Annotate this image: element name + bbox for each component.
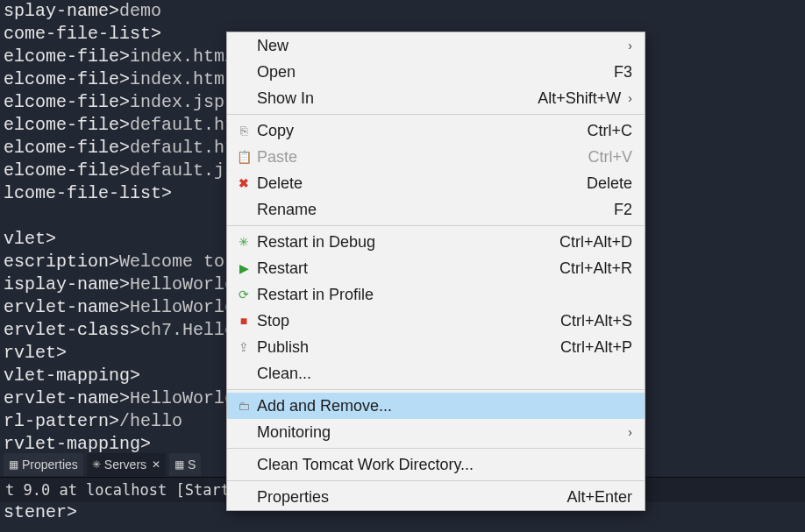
tab-label: S <box>188 458 196 472</box>
copy-icon: ⎘ <box>234 124 253 138</box>
menu-item-label: Clean Tomcat Work Directory... <box>253 456 632 474</box>
menu-item-accel: Alt+Enter <box>566 488 632 507</box>
menu-item[interactable]: New› <box>227 32 645 59</box>
menu-item[interactable]: ■StopCtrl+Alt+S <box>227 308 645 334</box>
context-menu: New›OpenF3Show InAlt+Shift+W›⎘CopyCtrl+C… <box>226 32 645 511</box>
menu-item[interactable]: ✖DeleteDelete <box>227 170 645 196</box>
view-tab[interactable]: ▦Properties <box>4 453 83 476</box>
profile-icon: ⟳ <box>234 287 253 301</box>
menu-item[interactable]: 🗀Add and Remove... <box>227 393 645 419</box>
menu-item-label: Paste <box>253 148 588 167</box>
menu-item-accel: Delete <box>587 174 632 193</box>
editor-line: splay-name>demo <box>4 0 801 23</box>
stop-icon: ■ <box>234 314 253 328</box>
menu-item-label: Restart in Profile <box>253 286 632 304</box>
menu-item-label: Stop <box>253 312 560 330</box>
menu-item[interactable]: ⟳Restart in Profile <box>227 281 645 308</box>
menu-item[interactable]: Show InAlt+Shift+W› <box>227 85 645 111</box>
menu-item-label: Open <box>253 63 614 82</box>
publish-icon: ⇪ <box>234 340 253 354</box>
tab-label: Properties <box>22 458 78 472</box>
del-icon: ✖ <box>234 176 253 190</box>
menu-item: 📋PasteCtrl+V <box>227 144 645 170</box>
menu-item-label: Restart <box>253 259 559 278</box>
view-tab[interactable]: ✳Servers✕ <box>87 453 166 476</box>
view-tab[interactable]: ▦S <box>169 453 201 476</box>
menu-item-accel: F3 <box>614 63 632 82</box>
menu-item-label: Copy <box>253 122 587 140</box>
tab-label: Servers <box>104 458 146 472</box>
menu-item-label: New <box>253 37 621 55</box>
menu-item[interactable]: ✳Restart in DebugCtrl+Alt+D <box>227 229 645 255</box>
menu-item-accel: Ctrl+Alt+R <box>559 259 632 278</box>
menu-separator <box>227 480 645 481</box>
menu-item[interactable]: ⎘CopyCtrl+C <box>227 117 645 144</box>
chevron-right-icon: › <box>628 39 632 53</box>
menu-separator <box>227 448 645 449</box>
menu-item[interactable]: Clean Tomcat Work Directory... <box>227 451 645 478</box>
menu-item-label: Clean... <box>253 365 632 383</box>
menu-separator <box>227 225 645 226</box>
menu-item[interactable]: Clean... <box>227 360 645 387</box>
menu-item-accel: Ctrl+V <box>588 148 632 167</box>
menu-item-label: Properties <box>253 488 566 507</box>
paste-icon: 📋 <box>234 150 253 164</box>
menu-separator <box>227 389 645 390</box>
menu-item-label: Rename <box>253 201 614 219</box>
menu-item[interactable]: OpenF3 <box>227 59 645 85</box>
menu-item-label: Show In <box>253 89 538 108</box>
menu-item-label: Restart in Debug <box>253 233 559 252</box>
menu-item-accel: Ctrl+Alt+D <box>559 233 632 252</box>
chevron-right-icon: › <box>628 425 632 439</box>
menu-item[interactable]: RenameF2 <box>227 196 645 223</box>
tab-icon: ▦ <box>9 458 18 471</box>
menu-item[interactable]: PropertiesAlt+Enter <box>227 484 645 510</box>
menu-item[interactable]: ⇪PublishCtrl+Alt+P <box>227 334 645 360</box>
close-icon[interactable]: ✕ <box>150 458 160 471</box>
menu-item-accel: Alt+Shift+W <box>538 89 621 108</box>
debug-icon: ✳ <box>234 235 253 249</box>
add-icon: 🗀 <box>234 399 253 413</box>
restart-icon: ▶ <box>234 261 253 275</box>
menu-item-label: Publish <box>253 338 560 357</box>
tab-icon: ▦ <box>175 458 184 471</box>
menu-item-label: Monitoring <box>253 423 621 442</box>
menu-item[interactable]: Monitoring› <box>227 419 645 445</box>
menu-item-label: Add and Remove... <box>253 397 632 415</box>
menu-item-accel: Ctrl+C <box>587 122 632 140</box>
menu-separator <box>227 114 645 115</box>
tab-icon: ✳ <box>92 458 101 471</box>
menu-item-label: Delete <box>253 174 587 193</box>
menu-item-accel: Ctrl+Alt+P <box>560 338 632 357</box>
menu-item-accel: F2 <box>614 201 632 219</box>
menu-item-accel: Ctrl+Alt+S <box>560 312 632 330</box>
chevron-right-icon: › <box>628 91 632 105</box>
menu-item[interactable]: ▶RestartCtrl+Alt+R <box>227 255 645 281</box>
